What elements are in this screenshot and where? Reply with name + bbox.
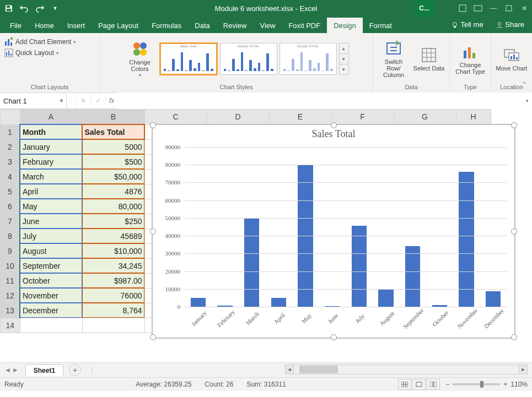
prev-sheet-icon[interactable]: ◄ [4, 366, 11, 374]
zoom-level[interactable]: 110% [510, 380, 528, 388]
name-box[interactable]: Chart 1 ▼ [0, 93, 67, 108]
cell[interactable]: $10,000 [82, 243, 144, 258]
account-icon[interactable] [455, 2, 470, 14]
cell[interactable]: $987.00 [82, 273, 144, 288]
collapse-ribbon-button[interactable]: ˄ [523, 81, 526, 89]
col-header-H[interactable]: H [456, 110, 491, 125]
col-header-G[interactable]: G [394, 110, 456, 125]
horizontal-scrollbar[interactable]: ◄ ► [285, 365, 528, 374]
fx-label[interactable]: fx [106, 97, 117, 105]
row-header[interactable]: 11 [1, 273, 20, 288]
new-sheet-button[interactable]: + [69, 364, 81, 376]
cell[interactable]: 45689 [82, 229, 144, 243]
cell[interactable]: 5000 [82, 139, 144, 154]
chart-bar[interactable] [352, 226, 367, 307]
name-box-dropdown-icon[interactable]: ▼ [59, 98, 64, 104]
chart-style-1[interactable]: Sales Total [159, 42, 218, 75]
chart-plot-area[interactable] [185, 147, 507, 307]
cell[interactable] [82, 318, 144, 333]
cell[interactable]: September [20, 258, 82, 273]
enter-formula-button[interactable]: ✓ [91, 93, 106, 108]
tab-insert[interactable]: Insert [61, 18, 92, 33]
cell[interactable]: March [20, 169, 82, 184]
row-header[interactable]: 5 [1, 184, 20, 199]
row-header[interactable]: 9 [1, 243, 20, 258]
col-header-E[interactable]: E [269, 110, 331, 125]
cell[interactable]: December [20, 303, 82, 318]
zoom-in-button[interactable]: + [503, 380, 507, 388]
tab-file[interactable]: File [3, 18, 28, 33]
close-button[interactable]: ✕ [517, 2, 532, 14]
chart-bar[interactable] [486, 291, 501, 307]
add-chart-element-button[interactable]: Add Chart Element ▾ [4, 37, 76, 46]
embedded-chart[interactable]: Sales Total 0100002000030000400005000060… [152, 124, 515, 338]
change-colors-button[interactable]: Change Colors▾ [124, 40, 156, 78]
cell[interactable]: October [20, 273, 82, 288]
row-header[interactable]: 4 [1, 169, 20, 184]
chart-styles-more[interactable]: ▴▾▾ [339, 43, 349, 75]
cell[interactable]: 4876 [82, 184, 144, 199]
tab-page-layout[interactable]: Page Layout [92, 18, 145, 33]
chart-bar[interactable] [459, 172, 474, 307]
save-button[interactable] [2, 2, 15, 15]
cell[interactable]: June [20, 214, 82, 229]
cell[interactable]: August [20, 243, 82, 258]
select-all-corner[interactable] [1, 110, 20, 125]
formula-input[interactable] [117, 93, 532, 109]
ribbon-display-options[interactable] [470, 2, 486, 14]
col-header-F[interactable]: F [331, 110, 394, 125]
col-header-D[interactable]: D [207, 110, 269, 125]
row-header[interactable]: 2 [1, 139, 20, 154]
maximize-button[interactable] [501, 2, 517, 14]
chart-resize-handle[interactable] [150, 122, 156, 128]
tab-home[interactable]: Home [28, 18, 61, 33]
chart-resize-handle[interactable] [511, 122, 517, 128]
chart-x-axis[interactable]: JanuaryFebruaryMarchAprilMayJuneJulyAugu… [185, 307, 507, 338]
cell[interactable]: 80,000 [82, 199, 144, 214]
chart-bar[interactable] [244, 218, 259, 307]
share-button[interactable]: Share [491, 17, 529, 33]
quick-layout-button[interactable]: Quick Layout ▾ [4, 48, 58, 57]
scroll-left-button[interactable]: ◄ [285, 365, 294, 374]
chart-bar[interactable] [405, 246, 420, 307]
switch-row-column-button[interactable]: Switch Row/ Column [378, 40, 410, 78]
chart-resize-handle[interactable] [150, 334, 156, 340]
chart-resize-handle[interactable] [331, 122, 337, 128]
scroll-track[interactable] [294, 365, 519, 374]
row-header[interactable]: 6 [1, 199, 20, 214]
row-header[interactable]: 12 [1, 288, 20, 303]
cancel-formula-button[interactable]: ✕ [76, 93, 91, 108]
sheet-nav[interactable]: ◄► [0, 366, 23, 374]
page-layout-view-button[interactable] [412, 379, 426, 390]
row-header[interactable]: 7 [1, 214, 20, 229]
normal-view-button[interactable] [398, 379, 411, 390]
zoom-slider[interactable] [453, 383, 500, 385]
cell[interactable]: 76000 [82, 288, 144, 303]
redo-button[interactable] [33, 2, 46, 15]
chart-style-2[interactable]: SALES TOTAL [220, 43, 277, 75]
expand-formula-bar[interactable]: ▾ [526, 98, 529, 104]
cell[interactable]: Month [20, 124, 82, 139]
page-break-view-button[interactable] [427, 379, 440, 390]
tell-me[interactable]: Tell me [447, 17, 488, 33]
tab-view[interactable]: View [253, 18, 282, 33]
scroll-thumb[interactable] [299, 366, 338, 373]
tab-formulas[interactable]: Formulas [145, 18, 188, 33]
minimize-button[interactable]: — [486, 2, 501, 14]
chart-style-3[interactable]: SALES TOTAL [280, 43, 337, 75]
scroll-right-button[interactable]: ► [519, 365, 528, 374]
chart-bar[interactable] [191, 298, 206, 307]
move-chart-button[interactable]: Move Chart [496, 46, 528, 72]
cell[interactable]: $500 [82, 154, 144, 169]
chart-bar[interactable] [271, 298, 286, 307]
tab-design[interactable]: Design [327, 18, 362, 33]
row-header[interactable]: 14 [1, 318, 20, 333]
cell[interactable]: 34,245 [82, 258, 144, 273]
tab-format[interactable]: Format [363, 18, 399, 33]
row-header[interactable]: 1 [1, 124, 20, 139]
sheet-tab-sheet1[interactable]: Sheet1 [25, 365, 63, 376]
cell[interactable]: 8,764 [82, 303, 144, 318]
col-header-A[interactable]: A [20, 110, 82, 125]
chart-bar[interactable] [378, 289, 393, 307]
tab-foxit-pdf[interactable]: Foxit PDF [282, 18, 327, 33]
